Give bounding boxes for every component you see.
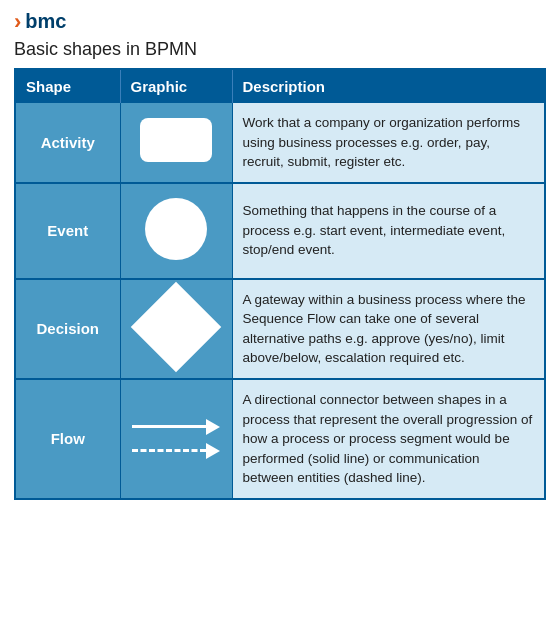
col-header-shape: Shape bbox=[15, 69, 120, 103]
shape-label-event: Event bbox=[15, 183, 120, 279]
table-row-flow: Flow A directional connector between sha bbox=[15, 379, 545, 499]
graphic-cell-activity bbox=[120, 103, 232, 183]
col-header-graphic: Graphic bbox=[120, 69, 232, 103]
logo-area: › bmc bbox=[14, 10, 546, 33]
page-title: Basic shapes in BPMN bbox=[14, 39, 546, 60]
col-header-description: Description bbox=[232, 69, 545, 103]
shape-label-flow: Flow bbox=[15, 379, 120, 499]
table-header-row: Shape Graphic Description bbox=[15, 69, 545, 103]
flow-graphic-arrows bbox=[127, 419, 226, 459]
solid-arrow bbox=[132, 419, 220, 435]
description-decision: A gateway within a business process wher… bbox=[232, 279, 545, 379]
event-graphic-circle bbox=[145, 198, 207, 260]
description-activity: Work that a company or organization perf… bbox=[232, 103, 545, 183]
bpmn-table: Shape Graphic Description Activity Work … bbox=[14, 68, 546, 500]
table-row-event: Event Something that happens in the cour… bbox=[15, 183, 545, 279]
graphic-cell-event bbox=[120, 183, 232, 279]
decision-graphic-diamond bbox=[131, 282, 222, 373]
table-row-activity: Activity Work that a company or organiza… bbox=[15, 103, 545, 183]
page-wrapper: › bmc Basic shapes in BPMN Shape Graphic… bbox=[0, 0, 560, 514]
bmc-logo-text: bmc bbox=[25, 10, 66, 33]
dashed-arrow-head bbox=[206, 443, 220, 459]
solid-arrow-head bbox=[206, 419, 220, 435]
table-row-decision: Decision A gateway within a business pro… bbox=[15, 279, 545, 379]
solid-arrow-line bbox=[132, 425, 206, 428]
shape-label-activity: Activity bbox=[15, 103, 120, 183]
graphic-cell-decision bbox=[120, 279, 232, 379]
shape-label-decision: Decision bbox=[15, 279, 120, 379]
description-flow: A directional connector between shapes i… bbox=[232, 379, 545, 499]
graphic-cell-flow bbox=[120, 379, 232, 499]
activity-graphic-rectangle bbox=[140, 118, 212, 162]
dashed-arrow-line bbox=[132, 449, 206, 452]
bmc-logo-icon: › bbox=[14, 11, 21, 33]
dashed-arrow bbox=[132, 443, 220, 459]
description-event: Something that happens in the course of … bbox=[232, 183, 545, 279]
